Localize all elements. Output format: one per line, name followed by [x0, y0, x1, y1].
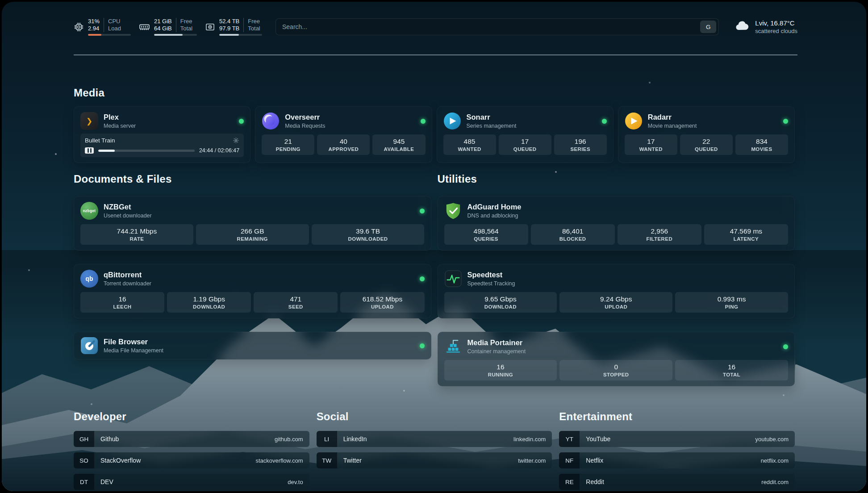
- gear-icon[interactable]: [233, 137, 239, 144]
- search-input[interactable]: [282, 23, 700, 30]
- plex-header: ❯ Plex Media server: [80, 112, 244, 130]
- cpu-label-1: CPU: [108, 18, 121, 25]
- bookmark-twitter[interactable]: TW Twitter twitter.com: [317, 452, 552, 468]
- adguard-card[interactable]: AdGuard Home DNS and adblocking 498,564 …: [438, 196, 795, 251]
- disk-bar: [219, 34, 262, 36]
- weather-widget[interactable]: Lviv, 16.87°C scattered clouds: [734, 18, 797, 36]
- bookmark-url: netflix.com: [761, 457, 789, 464]
- bookmark-youtube[interactable]: YT YouTube youtube.com: [559, 431, 795, 447]
- radarr-subtitle: Movie management: [648, 122, 697, 130]
- bookmark-url: linkedin.com: [513, 436, 546, 443]
- filebrowser-subtitle: Media File Management: [104, 347, 163, 354]
- memory-label-2: Total: [180, 25, 192, 32]
- nzbget-subtitle: Usenet downloader: [104, 212, 152, 219]
- plex-name: Plex: [104, 113, 136, 121]
- memory-bar: [154, 34, 197, 36]
- memory-free: 21 GiB: [154, 18, 172, 25]
- filebrowser-card[interactable]: File Browser Media File Management: [74, 332, 431, 359]
- qbittorrent-icon: qb: [80, 270, 98, 288]
- utilities-column: Utilities: [438, 173, 795, 386]
- disk-icon: [205, 22, 215, 32]
- bookmark-netflix[interactable]: NF Netflix netflix.com: [559, 452, 795, 468]
- dashboard-content: Media ❯ Plex Media server Bullet Train: [74, 87, 795, 491]
- bookmarks-developer: Developer GH Github github.com SO StackO…: [74, 410, 309, 491]
- bookmarks-social: Social LI LinkedIn linkedin.com TW Twitt…: [317, 410, 552, 491]
- adguard-subtitle: DNS and adblocking: [467, 212, 522, 219]
- bookmark-stackoverflow[interactable]: SO StackOverflow stackoverflow.com: [74, 452, 309, 468]
- bookmark-url: twitter.com: [518, 457, 546, 464]
- bookmark-reddit[interactable]: RE Reddit reddit.com: [559, 474, 795, 490]
- stat-tile: 266 GB REMAINING: [196, 224, 309, 245]
- bookmark-name: DEV: [100, 478, 113, 485]
- stat-tile: 9.65 Gbps DOWNLOAD: [444, 292, 557, 313]
- cpu-load: 2.94: [88, 25, 100, 32]
- search-provider-button[interactable]: G: [700, 21, 716, 33]
- stat-tile: 498,564 QUERIES: [444, 224, 528, 245]
- portainer-subtitle: Container management: [467, 348, 526, 355]
- adguard-header: AdGuard Home DNS and adblocking: [444, 202, 789, 220]
- bookmark-abbr: RE: [559, 474, 580, 490]
- qbittorrent-card[interactable]: qb qBittorrent Torrent downloader 16 LEE…: [74, 264, 431, 318]
- filebrowser-header: File Browser Media File Management: [80, 337, 425, 355]
- bookmark-url: github.com: [275, 436, 303, 443]
- overseerr-card[interactable]: Overseerr Media Requests 21 PENDING 40 A…: [255, 106, 432, 163]
- stat-tile: 485 WANTED: [443, 134, 496, 155]
- speedtest-card[interactable]: Speedtest Speedtest Tracking 9.65 Gbps D…: [438, 264, 795, 318]
- media-grid: ❯ Plex Media server Bullet Train: [74, 106, 795, 163]
- playback-progress-track[interactable]: [98, 150, 195, 152]
- stat-tile: 22 QUEUED: [680, 134, 733, 155]
- section-title-social: Social: [317, 410, 552, 423]
- disk-widget: 52.4 TB 97.9 TB Free Total: [205, 18, 262, 36]
- weather-condition: scattered clouds: [755, 27, 797, 35]
- bookmark-url: reddit.com: [761, 479, 789, 485]
- sonarr-card[interactable]: Sonarr Series management 485 WANTED 17 Q…: [437, 106, 613, 163]
- filebrowser-name: File Browser: [104, 337, 163, 346]
- radarr-name: Radarr: [648, 113, 697, 121]
- plex-card[interactable]: ❯ Plex Media server Bullet Train: [74, 106, 250, 163]
- section-title-media: Media: [74, 87, 795, 99]
- bookmark-linkedin[interactable]: LI LinkedIn linkedin.com: [317, 431, 552, 447]
- portainer-icon: [444, 338, 462, 355]
- stat-tile: 945 AVAILABLE: [372, 134, 425, 155]
- playback-time: 24:44 / 02:06:47: [199, 147, 239, 154]
- bookmark-dev[interactable]: DT DEV dev.to: [74, 474, 309, 490]
- qbittorrent-name: qBittorrent: [104, 270, 151, 279]
- bookmark-abbr: SO: [74, 452, 94, 468]
- qbittorrent-status-dot: [420, 276, 425, 281]
- top-bar: 31% 2.94 CPU Load: [74, 13, 797, 40]
- bookmark-github[interactable]: GH Github github.com: [74, 431, 309, 447]
- section-title-utilities: Utilities: [438, 173, 795, 185]
- nzbget-icon: nzbget: [80, 202, 98, 220]
- sonarr-subtitle: Series management: [467, 122, 517, 130]
- memory-icon: [139, 21, 150, 33]
- memory-label-1: Free: [180, 18, 192, 25]
- bookmark-abbr: DT: [74, 474, 94, 490]
- bookmark-name: Github: [100, 435, 119, 443]
- stat-tile: 47.569 ms LATENCY: [704, 224, 788, 245]
- overseerr-icon: [262, 112, 280, 130]
- qbittorrent-header: qb qBittorrent Torrent downloader: [80, 270, 425, 288]
- portainer-card[interactable]: Media Portainer Container management 16 …: [438, 332, 795, 386]
- plex-icon: ❯: [80, 112, 98, 130]
- portainer-header: Media Portainer Container management: [444, 338, 789, 355]
- filebrowser-status-dot: [420, 343, 425, 348]
- bookmark-abbr: YT: [559, 431, 580, 447]
- search-bar[interactable]: G: [275, 18, 719, 35]
- portainer-status-dot: [783, 344, 788, 349]
- pause-icon[interactable]: [85, 147, 94, 154]
- stat-tile: 17 QUEUED: [499, 134, 551, 155]
- radarr-card[interactable]: Radarr Movie management 17 WANTED 22 QUE…: [618, 106, 795, 163]
- bookmark-name: YouTube: [586, 435, 610, 443]
- nzbget-card[interactable]: nzbget NZBGet Usenet downloader 744.21 M…: [74, 196, 431, 251]
- radarr-status-dot: [783, 119, 788, 124]
- bookmark-name: Twitter: [343, 457, 362, 464]
- stat-tile: 40 APPROVED: [317, 134, 370, 155]
- stat-tile: 86,401 BLOCKED: [531, 224, 615, 245]
- bookmarks-section: Developer GH Github github.com SO StackO…: [74, 410, 795, 491]
- weather-location: Lviv, 16.87°C: [755, 19, 797, 27]
- bookmark-name: StackOverflow: [100, 457, 141, 464]
- overseerr-status-dot: [421, 119, 426, 124]
- portainer-name: Media Portainer: [467, 338, 526, 347]
- sonarr-icon: [443, 112, 461, 130]
- plex-now-playing: Bullet Train 24:44 / 0: [80, 134, 244, 157]
